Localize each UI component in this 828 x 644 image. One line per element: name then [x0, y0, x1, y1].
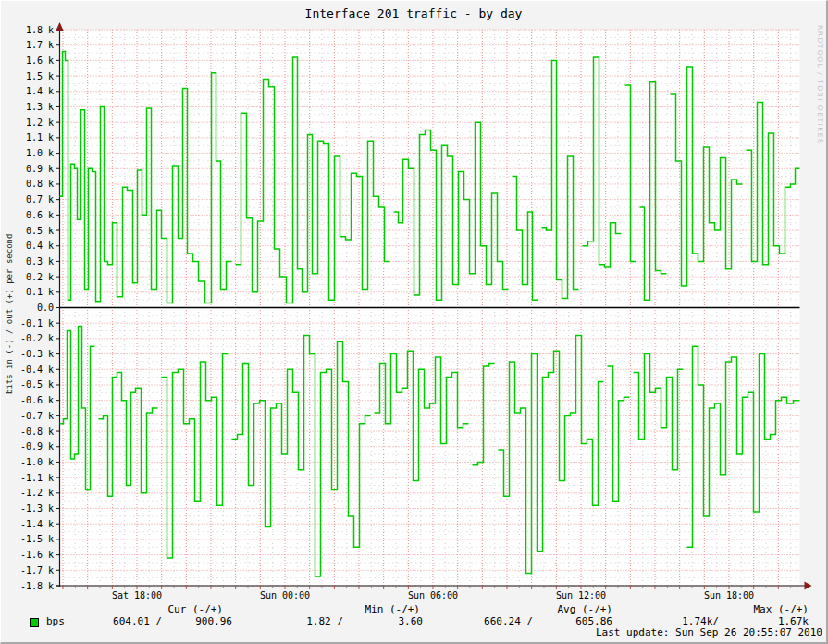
y-tick-label: 0.5 k — [1, 226, 54, 236]
y-tick-label: -1.4 k — [1, 519, 54, 529]
y-tick-label: -0.1 k — [1, 318, 54, 328]
legend-header-min: Min (-/+) — [365, 604, 420, 615]
chart-canvas — [1, 1, 828, 612]
y-tick-label: -0.8 k — [1, 427, 54, 437]
x-tick-label: Sun 00:00 — [260, 590, 310, 601]
legend-series-label: bps — [46, 616, 65, 627]
legend-value-min-out: 3.60 — [399, 616, 424, 627]
y-tick-label: -1.5 k — [1, 534, 54, 544]
legend-value-avg-in: 660.24 / — [484, 616, 533, 627]
rrdtool-traffic-graph: Interface 201 traffic - by day bits in (… — [0, 0, 828, 644]
y-tick-label: -0.3 k — [1, 349, 54, 359]
y-tick-label: -0.2 k — [1, 333, 54, 343]
y-tick-label: -0.4 k — [1, 365, 54, 375]
y-tick-label: 1.2 k — [1, 118, 54, 128]
y-tick-label: 1.6 k — [1, 56, 54, 66]
legend-value-cur-in: 604.01 / — [113, 616, 162, 627]
y-tick-label: 1.8 k — [1, 25, 54, 35]
y-tick-label: 0.9 k — [1, 164, 54, 174]
y-tick-label: -1.0 k — [1, 457, 54, 467]
y-tick-label: 1.1 k — [1, 132, 54, 142]
legend-value-cur-out: 900.96 — [195, 616, 232, 627]
y-tick-label: 1.5 k — [1, 71, 54, 81]
y-tick-label: 0.7 k — [1, 194, 54, 204]
y-tick-label: -0.9 k — [1, 441, 54, 452]
y-tick-label: 0.8 k — [1, 179, 54, 189]
y-tick-label: 0.1 k — [1, 287, 54, 297]
y-tick-label: -1.1 k — [1, 473, 54, 483]
y-tick-label: 0.6 k — [1, 210, 54, 220]
y-tick-label: -1.6 k — [1, 550, 54, 560]
y-tick-label: -1.2 k — [1, 488, 54, 498]
last-update-text: Last update: Sun Sep 26 20:55:07 2010 — [596, 627, 822, 638]
x-tick-label: Sun 12:00 — [556, 590, 606, 601]
legend-header-max: Max (-/+) — [753, 604, 809, 615]
y-tick-label: -1.8 k — [1, 581, 54, 591]
y-tick-label: 1.0 k — [1, 148, 54, 158]
y-tick-label: 0.3 k — [1, 256, 54, 266]
legend-header-avg: Avg (-/+) — [557, 604, 612, 615]
y-tick-label: -1.3 k — [1, 503, 54, 514]
x-tick-label: Sun 06:00 — [408, 590, 458, 601]
legend-swatch — [30, 618, 39, 627]
legend-value-min-in: 1.82 / — [306, 616, 343, 627]
y-tick-label: 1.4 k — [1, 86, 54, 96]
y-tick-label: 0.0 — [1, 303, 54, 313]
y-tick-label: -0.7 k — [1, 411, 54, 421]
y-tick-label: 1.7 k — [1, 40, 54, 50]
y-tick-label: -0.6 k — [1, 395, 54, 405]
x-tick-label: Sun 18:00 — [704, 590, 754, 601]
y-tick-label: -1.7 k — [1, 565, 54, 576]
y-tick-label: 0.2 k — [1, 272, 54, 282]
y-tick-label: 0.4 k — [1, 241, 54, 251]
y-tick-label: -0.5 k — [1, 379, 54, 390]
y-tick-label: 1.3 k — [1, 102, 54, 112]
x-tick-label: Sat 18:00 — [112, 590, 162, 601]
legend-header-cur: Cur (-/+) — [167, 604, 223, 615]
